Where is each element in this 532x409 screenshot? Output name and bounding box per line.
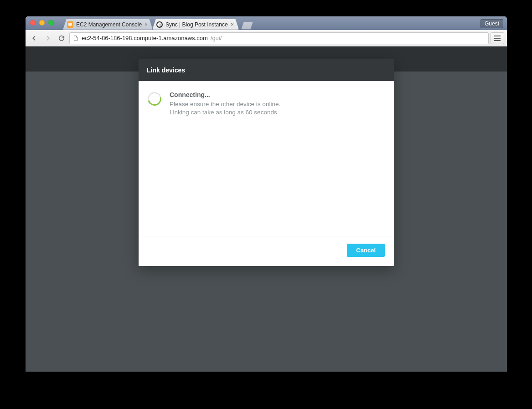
page-viewport: Link devices Connecting... Please ensure…	[26, 46, 507, 372]
loading-spinner-icon	[145, 90, 164, 108]
close-tab-icon[interactable]: ×	[145, 22, 148, 27]
titlebar: EC2 Management Console × Sync | Blog Pos…	[26, 16, 507, 30]
close-window-icon[interactable]	[30, 20, 36, 26]
tab-sync[interactable]: Sync | Blog Post Instance ×	[152, 19, 239, 30]
page-icon	[72, 35, 79, 41]
tab-ec2-console[interactable]: EC2 Management Console ×	[63, 19, 153, 30]
back-button[interactable]	[28, 32, 40, 44]
modal-message: Connecting... Please ensure the other de…	[170, 91, 280, 117]
reload-button[interactable]	[56, 32, 67, 44]
tab-title: Sync | Blog Post Instance	[165, 21, 228, 28]
hint-line-1: Please ensure the other device is online…	[170, 100, 280, 108]
aws-favicon-icon	[67, 21, 73, 28]
profile-guest-badge[interactable]: Guest	[480, 19, 503, 28]
minimize-window-icon[interactable]	[39, 20, 45, 26]
link-devices-modal: Link devices Connecting... Please ensure…	[139, 59, 394, 266]
svg-rect-1	[494, 38, 501, 39]
tab-title: EC2 Management Console	[76, 21, 142, 28]
new-tab-button[interactable]	[241, 21, 253, 30]
svg-rect-0	[494, 36, 501, 36]
close-tab-icon[interactable]: ×	[231, 22, 234, 27]
browser-window: EC2 Management Console × Sync | Blog Pos…	[26, 16, 507, 372]
svg-rect-2	[494, 40, 501, 41]
modal-body: Connecting... Please ensure the other de…	[139, 81, 394, 236]
modal-title: Link devices	[139, 59, 394, 81]
sync-favicon-icon	[156, 21, 163, 28]
connecting-status: Connecting...	[170, 91, 280, 98]
toolbar: ec2-54-86-186-198.compute-1.amazonaws.co…	[26, 30, 507, 46]
url-host: ec2-54-86-186-198.compute-1.amazonaws.co…	[82, 35, 208, 41]
forward-button[interactable]	[42, 32, 54, 44]
address-bar[interactable]: ec2-54-86-186-198.compute-1.amazonaws.co…	[69, 32, 489, 44]
hamburger-icon	[494, 36, 501, 41]
modal-footer: Cancel	[139, 236, 394, 266]
window-controls	[30, 20, 54, 26]
tab-strip: EC2 Management Console × Sync | Blog Pos…	[63, 16, 253, 30]
zoom-window-icon[interactable]	[48, 20, 54, 26]
chrome-menu-button[interactable]	[491, 32, 504, 44]
url-path: /gui/	[211, 35, 222, 41]
hint-line-2: Linking can take as long as 60 seconds.	[170, 108, 280, 117]
cancel-button[interactable]: Cancel	[347, 244, 385, 257]
